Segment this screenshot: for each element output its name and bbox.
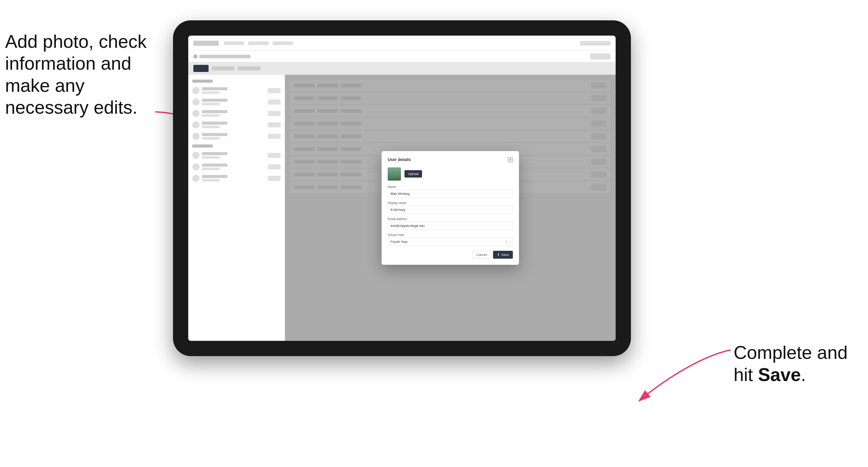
profile-photo (388, 167, 401, 181)
list-item-text (202, 87, 265, 94)
app-header (188, 36, 616, 51)
nav-item-3 (273, 41, 293, 45)
list-item-text (202, 152, 265, 159)
modal-footer: Cancel ⬆ Save (388, 251, 513, 259)
breadcrumb-text (199, 55, 250, 58)
tablet-screen: User details × Upload Name (188, 36, 616, 341)
app-logo (193, 41, 219, 46)
list-item-badge (268, 134, 281, 139)
cancel-button[interactable]: Cancel (472, 251, 491, 259)
app-nav (224, 41, 575, 45)
list-item-avatar (192, 87, 199, 94)
list-item-avatar (192, 110, 199, 117)
filter-item-1 (212, 66, 235, 70)
list-item-text (202, 122, 265, 128)
modal-title-bar: User details × (388, 157, 513, 162)
list-item-badge (268, 99, 281, 104)
user-details-modal: User details × Upload Name (381, 151, 519, 265)
email-input[interactable] (388, 222, 513, 230)
list-item[interactable] (188, 108, 285, 119)
tablet-frame: User details × Upload Name (173, 20, 631, 356)
list-panel (188, 75, 285, 341)
list-item[interactable] (188, 119, 285, 131)
photo-section: Upload (388, 167, 513, 181)
display-name-field-group: Display name (388, 201, 513, 214)
content-area: User details × Upload Name (188, 75, 616, 341)
list-item-text (202, 175, 265, 182)
filter-bar (188, 62, 616, 75)
display-name-label: Display name (388, 201, 513, 205)
list-item-text (202, 133, 265, 139)
list-item-text (202, 99, 265, 105)
breadcrumb-action (590, 54, 611, 60)
list-item-avatar (192, 152, 199, 159)
list-item[interactable] (188, 173, 285, 184)
main-panel: User details × Upload Name (285, 75, 616, 341)
list-section-1 (188, 77, 285, 85)
header-right (580, 41, 611, 45)
list-section-2 (188, 142, 285, 150)
list-item-text (202, 163, 265, 170)
upload-photo-button[interactable]: Upload (404, 170, 422, 178)
email-label: Email address (388, 217, 513, 221)
list-item-avatar (192, 98, 199, 105)
name-input[interactable] (388, 190, 513, 198)
annotation-right: Complete and hit Save. (734, 342, 848, 385)
list-item-badge (268, 176, 281, 181)
filter-active-btn[interactable] (193, 65, 209, 72)
list-item-badge (268, 88, 281, 93)
school-year-input[interactable] (388, 238, 513, 246)
list-item-avatar (192, 133, 199, 140)
nav-item-2 (248, 41, 269, 45)
name-label: Name (388, 185, 513, 189)
breadcrumb-bar (188, 51, 616, 62)
list-item[interactable] (188, 96, 285, 108)
name-field-group: Name (388, 185, 513, 198)
annotation-left: Add photo, check information and make an… (5, 31, 153, 119)
school-year-label: School Year (388, 233, 513, 237)
modal-title: User details (388, 157, 411, 162)
list-item[interactable] (188, 150, 285, 161)
school-year-field-group: School Year × ⌄ (388, 233, 513, 246)
list-item[interactable] (188, 131, 285, 142)
photo-thumbnail (388, 167, 401, 181)
list-item-avatar (192, 163, 199, 170)
school-year-select-wrapper: × ⌄ (388, 238, 513, 246)
modal-overlay: User details × Upload Name (285, 75, 616, 341)
save-button-label: Save (501, 253, 509, 257)
list-item-badge (268, 164, 281, 169)
nav-item-1 (224, 41, 244, 45)
list-item-text (202, 110, 265, 117)
list-item-avatar (192, 175, 199, 182)
list-item-badge (268, 122, 281, 127)
list-item[interactable] (188, 85, 285, 96)
email-field-group: Email address (388, 217, 513, 230)
list-item-avatar (192, 121, 199, 128)
filter-item-2 (238, 66, 260, 70)
modal-close-button[interactable]: × (508, 157, 513, 162)
display-name-input[interactable] (388, 206, 513, 214)
list-item[interactable] (188, 161, 285, 173)
list-item-badge (268, 153, 281, 158)
save-button[interactable]: ⬆ Save (493, 251, 513, 259)
right-arrow (624, 335, 746, 416)
save-icon: ⬆ (497, 253, 500, 256)
breadcrumb-icon (193, 55, 197, 59)
list-item-badge (268, 111, 281, 116)
